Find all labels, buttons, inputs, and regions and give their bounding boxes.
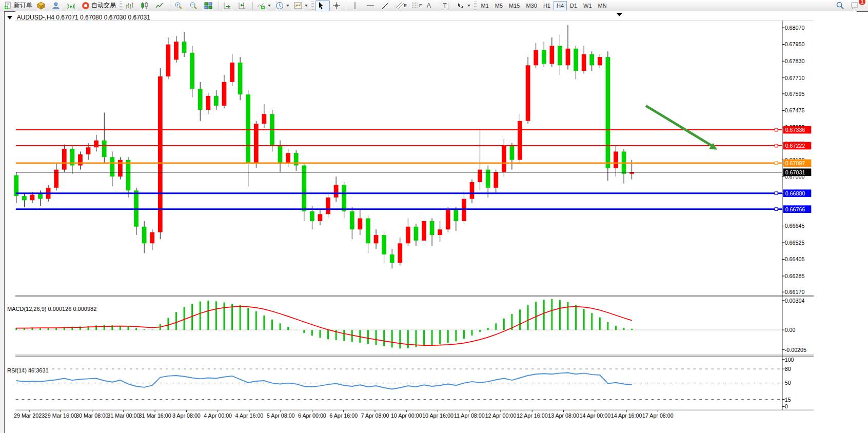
time-tick-label: 31 Mar 16:00 xyxy=(139,412,171,419)
trendline-tool-button[interactable] xyxy=(379,0,393,11)
auto-trading-button[interactable]: 自动交易 xyxy=(80,0,118,11)
price-tick-label: 0.67710 xyxy=(785,75,805,81)
price-line-label: 0.67097 xyxy=(785,160,805,166)
candle-down xyxy=(390,254,394,263)
candle-down xyxy=(574,49,578,71)
vertical-line-tool-button[interactable] xyxy=(349,0,364,11)
auto-scroll-button[interactable] xyxy=(221,0,235,11)
candle-down xyxy=(238,63,243,94)
timeframe-MN[interactable]: MN xyxy=(595,1,610,10)
candle-down xyxy=(182,42,187,53)
zoom-in-button[interactable] xyxy=(172,0,187,11)
toolbar-grip[interactable] xyxy=(120,2,122,10)
gold-cube-icon xyxy=(37,2,45,10)
candlestick-chart-button[interactable] xyxy=(139,0,153,11)
candle-down xyxy=(453,210,458,221)
periods-button[interactable] xyxy=(273,0,291,11)
time-tick-label: 5 Apr 08:00 xyxy=(267,412,295,419)
timeframe-M30[interactable]: M30 xyxy=(523,1,540,10)
cursor-tool-button[interactable] xyxy=(315,0,330,11)
metaquotes-button[interactable] xyxy=(35,0,49,11)
candle-up xyxy=(230,63,234,82)
macd-tick-label: -0.00205 xyxy=(785,347,806,353)
candle-down xyxy=(430,221,435,235)
candle-up xyxy=(30,194,35,200)
horizontal-line-tool-button[interactable] xyxy=(364,0,379,11)
timeframe-M5[interactable]: M5 xyxy=(492,1,506,10)
fibonacci-tool-button[interactable]: F xyxy=(409,0,424,11)
time-tick-label: 31 Mar 00:00 xyxy=(107,412,140,419)
timeframe-H1[interactable]: H1 xyxy=(540,1,554,10)
rsi-indicator-label: RSI(14) 46.3631 xyxy=(7,367,49,373)
timeframe-W1[interactable]: W1 xyxy=(580,1,595,10)
search-icon xyxy=(836,1,844,10)
candle-down xyxy=(542,50,546,64)
equidistant-channel-tool-button[interactable]: E xyxy=(394,0,409,11)
hline-anchor xyxy=(775,128,778,131)
candle-up xyxy=(286,153,290,163)
price-tick-label: 0.66170 xyxy=(785,289,805,295)
candle-up xyxy=(174,42,179,60)
candle-down xyxy=(198,89,203,110)
candle-up xyxy=(262,114,266,124)
time-tick-label: 14 Apr 16:00 xyxy=(611,412,642,419)
candle-up xyxy=(614,151,618,168)
publisher-button[interactable] xyxy=(50,0,64,11)
candle-up xyxy=(534,50,538,65)
candle-down xyxy=(350,211,354,229)
candle-down xyxy=(366,219,370,244)
chart-title: AUDUSD-,H4 0.67071 0.67080 0.67030 0.670… xyxy=(7,14,150,21)
toolbar-grip[interactable] xyxy=(474,2,477,10)
candle-down xyxy=(142,227,147,244)
notifications-button[interactable]: 1 xyxy=(849,0,863,11)
price-tick-label: 0.67475 xyxy=(785,107,805,113)
price-chart-canvas[interactable]: 0.680700.679500.678300.677100.675950.674… xyxy=(0,11,868,433)
new-order-icon xyxy=(4,2,12,10)
bar-chart-button[interactable] xyxy=(124,0,138,11)
crosshair-tool-button[interactable] xyxy=(330,0,345,11)
arrows-tool-button[interactable] xyxy=(455,0,472,11)
template-icon xyxy=(294,2,302,10)
timeframe-M1[interactable]: M1 xyxy=(478,1,492,10)
time-tick-label: 13 Apr 08:00 xyxy=(548,412,579,419)
new-order-button[interactable]: 新订单 xyxy=(2,0,34,11)
chart-menu-triangle-icon[interactable] xyxy=(7,16,12,19)
price-tick-label: 0.66645 xyxy=(785,223,805,229)
candle-down xyxy=(190,53,194,89)
candle-up xyxy=(86,147,91,154)
line-chart-icon xyxy=(155,2,164,10)
hline-anchor xyxy=(775,208,778,211)
timeframe-D1[interactable]: D1 xyxy=(567,1,580,10)
time-tick-label: 30 Mar 08:00 xyxy=(76,412,108,419)
zoom-out-button[interactable] xyxy=(187,0,202,11)
signal-icon xyxy=(67,2,75,10)
rsi-tick-label: 80 xyxy=(785,366,791,372)
text-label-tool-button[interactable]: T xyxy=(440,0,454,11)
text-tool-button[interactable]: A xyxy=(425,0,439,11)
timeframe-H4[interactable]: H4 xyxy=(554,1,567,10)
candle-up xyxy=(462,199,466,221)
hline-anchor xyxy=(775,162,778,165)
tile-windows-button[interactable] xyxy=(202,0,216,11)
mt4-application: 新订单 自动交易 xyxy=(0,0,868,433)
chat-bubble-icon xyxy=(851,2,859,10)
macd-tick-label: 0.00304 xyxy=(785,298,805,304)
candle-up xyxy=(470,182,475,199)
time-tick-label: 4 Apr 16:00 xyxy=(235,412,264,419)
indicators-button[interactable] xyxy=(255,0,273,11)
cursor-icon xyxy=(318,2,325,10)
line-chart-button[interactable] xyxy=(153,0,168,11)
templates-dropdown-caret xyxy=(305,5,308,7)
chart-shift-button[interactable] xyxy=(236,0,250,11)
signals-button[interactable] xyxy=(65,0,79,11)
candle-down xyxy=(342,185,346,211)
candlestick-icon xyxy=(141,2,149,10)
timeframe-M15[interactable]: M15 xyxy=(506,1,523,10)
candle-down xyxy=(22,196,27,200)
templates-button[interactable] xyxy=(292,0,310,11)
toolbar-grip[interactable] xyxy=(311,2,314,10)
search-button[interactable] xyxy=(834,0,848,11)
candle-up xyxy=(518,121,522,160)
timeframe-bar: M1M5M15M30H1H4D1W1MN xyxy=(478,1,610,10)
candle-up xyxy=(334,185,339,197)
